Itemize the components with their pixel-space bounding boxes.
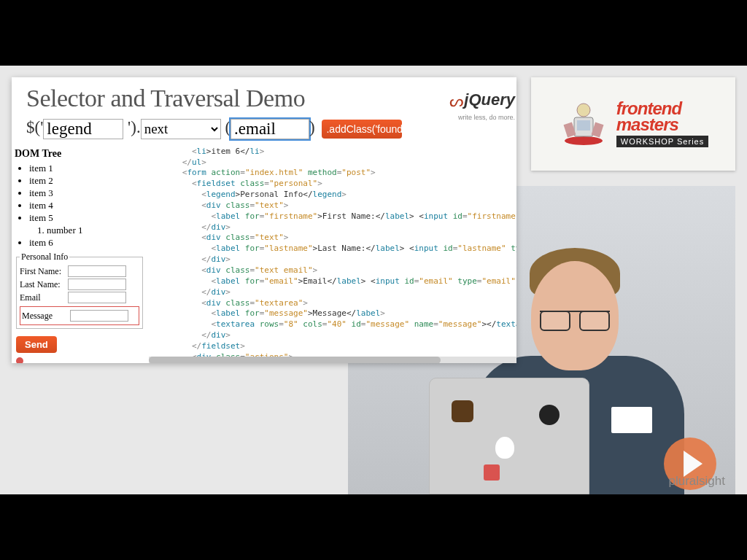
addclass-button[interactable]: .addClass('found') [322,120,402,139]
message-input[interactable] [70,310,128,322]
list-item: item 1 [29,163,144,174]
sticker-icon [539,405,560,425]
status-dot-icon [16,357,23,363]
email-input[interactable] [68,292,126,303]
video-stage: ᔕjQuery write less, do more. Selector an… [0,66,747,494]
sticker-icon [484,464,500,481]
svg-point-0 [565,136,603,145]
apple-logo-icon [495,437,514,459]
dom-tree-pane: DOM Tree item 1 item 2 item 3 item 4 ite… [12,147,149,363]
demo-window: ᔕjQuery write less, do more. Selector an… [12,77,516,363]
list-item: item 3 [29,187,144,199]
first-name-label: First Name: [20,266,68,277]
traversal-method-select[interactable]: next [141,119,221,139]
found-highlight: Message [20,306,139,325]
laptop [429,378,589,494]
workshop-series-badge: WORKSHOP Series [616,136,708,147]
list-item: number 1 [47,225,144,236]
fieldset-legend: Personal Info [20,252,69,262]
argument-input[interactable] [231,119,309,139]
list-item: item 4 [29,200,144,211]
list-item: item 2 [29,175,144,187]
dom-tree-heading: DOM Tree [15,148,144,160]
fm-crest-icon [558,98,609,149]
glasses-icon [540,311,610,327]
svg-point-5 [577,104,590,117]
jquery-swirl-icon: ᔕ [449,92,464,110]
frontend-masters-banner: frontend masters WORKSHOP Series [531,77,735,171]
source-code-pane[interactable]: <li>item 6</li> </ul> <form action="inde… [149,147,516,363]
scrollbar-thumb[interactable] [149,357,441,363]
pluralsight-watermark: pluralsight [669,474,726,489]
jquery-logo: ᔕjQuery write less, do more. [449,90,515,122]
selector-input[interactable] [43,119,123,139]
message-label: Message [22,311,70,322]
page-title: Selector and Traversal Demo [12,77,516,118]
name-tag [611,407,652,433]
send-button[interactable]: Send [16,336,57,353]
fm-logo-text: masters [616,114,678,134]
svg-rect-2 [577,120,590,131]
last-name-input[interactable] [68,279,126,290]
email-label: Email [20,292,68,303]
last-name-label: Last Name: [20,279,68,290]
personal-info-fieldset: Personal Info First Name: Last Name: Ema… [16,252,143,329]
list-item: item 6 [29,237,144,249]
dom-tree-list: item 1 item 2 item 3 item 4 item 5 numbe… [15,163,144,249]
horizontal-scrollbar[interactable] [149,357,516,363]
list-item: item 5 number 1 [29,212,144,236]
selector-controls: $(' ').next () .addClass('found') [12,118,516,147]
sticker-icon [452,400,473,422]
first-name-input[interactable] [68,265,126,277]
